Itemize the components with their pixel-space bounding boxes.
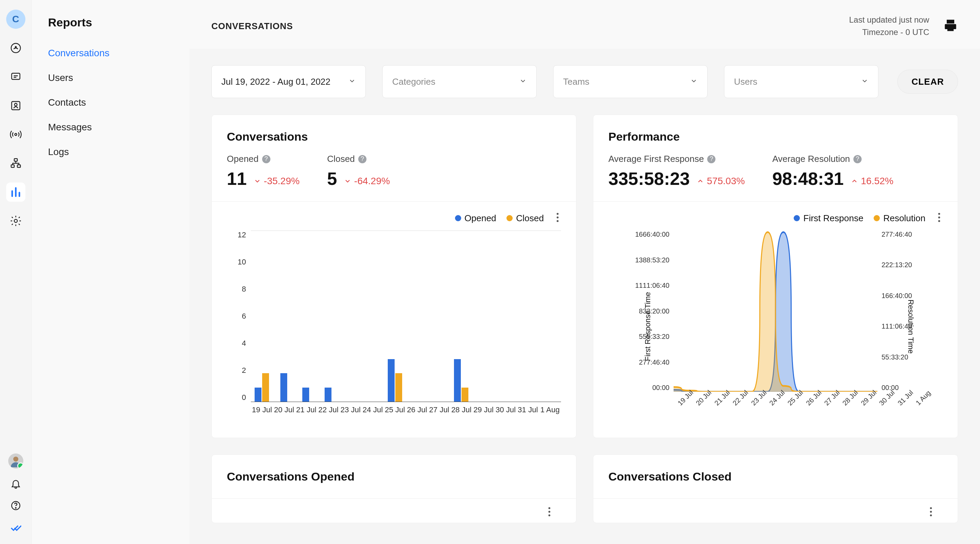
legend-closed: Closed: [506, 213, 544, 224]
svg-point-15: [557, 220, 558, 222]
afr-trend-value: 575.03%: [707, 176, 745, 187]
svg-point-14: [557, 216, 558, 219]
date-range-value: Jul 19, 2022 - Aug 01, 2022: [221, 76, 331, 87]
side-nav-item-logs[interactable]: Logs: [32, 140, 189, 164]
page-title: CONVERSATIONS: [212, 21, 293, 32]
chart-menu-button[interactable]: [554, 211, 561, 225]
contacts-icon[interactable]: [6, 96, 25, 115]
side-nav-item-users[interactable]: Users: [32, 65, 189, 90]
svg-point-13: [557, 213, 558, 215]
help-icon[interactable]: ?: [262, 155, 270, 163]
afr-metric-label: Average First Response: [608, 154, 704, 164]
performance-card-title: Performance: [608, 130, 943, 143]
categories-placeholder: Categories: [392, 76, 436, 87]
topbar: CONVERSATIONS Last updated just now Time…: [189, 0, 980, 49]
users-placeholder: Users: [734, 76, 757, 87]
conversations-closed-title: Conversations Closed: [608, 470, 732, 483]
opened-trend-value: -35.29%: [264, 176, 299, 187]
side-nav-item-messages[interactable]: Messages: [32, 115, 189, 140]
performance-chart: First Response Resolution First Response…: [593, 202, 958, 438]
legend-first-response: First Response: [794, 213, 863, 224]
opened-metric-label: Opened: [227, 154, 259, 164]
conversations-card: Conversations Opened ? 11 -35: [212, 114, 576, 438]
opened-metric-value: 11: [227, 168, 247, 189]
user-avatar[interactable]: [8, 454, 23, 469]
workspace-avatar-letter: C: [12, 14, 19, 25]
teams-select[interactable]: Teams: [553, 65, 708, 98]
svg-point-24: [930, 511, 932, 513]
last-updated-text: Last updated just now: [849, 14, 929, 26]
timezone-text: Timezone - 0 UTC: [849, 26, 929, 38]
filter-row: Jul 19, 2022 - Aug 01, 2022 Categories T…: [189, 49, 980, 114]
side-nav-title: Reports: [32, 16, 189, 41]
topbar-meta: Last updated just now Timezone - 0 UTC: [849, 14, 929, 38]
svg-point-16: [548, 507, 550, 509]
conversations-opened-card: Conversations Opened: [212, 455, 576, 523]
conversations-closed-card: Conversations Closed: [593, 455, 958, 523]
icon-rail: C: [0, 0, 32, 544]
chart-menu-button[interactable]: [546, 506, 553, 519]
side-nav-list: Conversations Users Contacts Messages Lo…: [32, 41, 189, 164]
main: CONVERSATIONS Last updated just now Time…: [189, 0, 980, 544]
users-select[interactable]: Users: [724, 65, 878, 98]
svg-point-5: [15, 133, 17, 135]
conversations-opened-title: Conversations Opened: [227, 470, 355, 483]
chart-menu-button[interactable]: [936, 211, 943, 225]
svg-rect-7: [11, 165, 14, 168]
help-icon[interactable]: ?: [358, 155, 366, 163]
conversations-icon[interactable]: [6, 67, 25, 86]
clear-button[interactable]: CLEAR: [897, 70, 958, 94]
legend-opened: Opened: [455, 213, 496, 224]
organization-icon[interactable]: [6, 154, 25, 173]
svg-point-21: [938, 220, 940, 222]
side-nav-item-contacts[interactable]: Contacts: [32, 90, 189, 115]
ar-metric-value: 98:48:31: [772, 168, 844, 189]
chart-menu-button[interactable]: [928, 506, 934, 519]
notifications-icon[interactable]: [9, 477, 23, 490]
legend-resolution: Resolution: [873, 213, 926, 224]
teams-placeholder: Teams: [563, 76, 590, 87]
help-icon[interactable]: [9, 499, 23, 512]
help-icon[interactable]: ?: [853, 155, 862, 163]
conversations-card-title: Conversations: [227, 130, 561, 143]
chevron-down-icon: [348, 76, 356, 87]
svg-point-25: [930, 514, 932, 517]
chevron-down-icon: [519, 76, 527, 87]
reports-icon[interactable]: [6, 182, 25, 202]
svg-point-18: [548, 514, 550, 517]
chevron-down-icon: [690, 76, 698, 87]
workspace-avatar[interactable]: C: [6, 10, 25, 29]
svg-point-12: [15, 508, 16, 508]
afr-metric-value: 335:58:23: [608, 168, 690, 189]
closed-metric-value: 5: [327, 168, 337, 189]
conversations-chart: Opened Closed 121086420 19 Jul20 Jul21 J…: [212, 202, 576, 438]
ar-metric-label: Average Resolution: [772, 154, 850, 164]
svg-point-10: [13, 457, 18, 462]
svg-point-9: [14, 219, 17, 223]
ar-trend: 16.52%: [851, 176, 894, 187]
svg-rect-2: [12, 73, 20, 79]
svg-point-1: [15, 47, 16, 48]
closed-trend-value: -64.29%: [354, 176, 390, 187]
dashboard-icon[interactable]: [6, 38, 25, 58]
side-nav: Reports Conversations Users Contacts Mes…: [32, 0, 189, 544]
svg-point-17: [548, 511, 550, 513]
print-button[interactable]: [943, 18, 958, 34]
svg-point-19: [938, 213, 940, 215]
double-check-icon[interactable]: [9, 521, 23, 534]
side-nav-item-conversations[interactable]: Conversations: [32, 41, 189, 65]
performance-card: Performance Average First Response ? 335…: [593, 114, 958, 438]
ar-trend-value: 16.52%: [861, 176, 894, 187]
categories-select[interactable]: Categories: [382, 65, 537, 98]
settings-icon[interactable]: [6, 211, 25, 230]
svg-point-20: [938, 216, 940, 219]
svg-point-23: [930, 507, 932, 509]
broadcast-icon[interactable]: [6, 125, 25, 144]
help-icon[interactable]: ?: [707, 155, 716, 163]
opened-trend: -35.29%: [254, 176, 299, 187]
svg-rect-8: [17, 165, 20, 168]
closed-metric-label: Closed: [327, 154, 355, 164]
chevron-down-icon: [861, 76, 869, 87]
closed-trend: -64.29%: [344, 176, 390, 187]
date-range-select[interactable]: Jul 19, 2022 - Aug 01, 2022: [212, 65, 366, 98]
